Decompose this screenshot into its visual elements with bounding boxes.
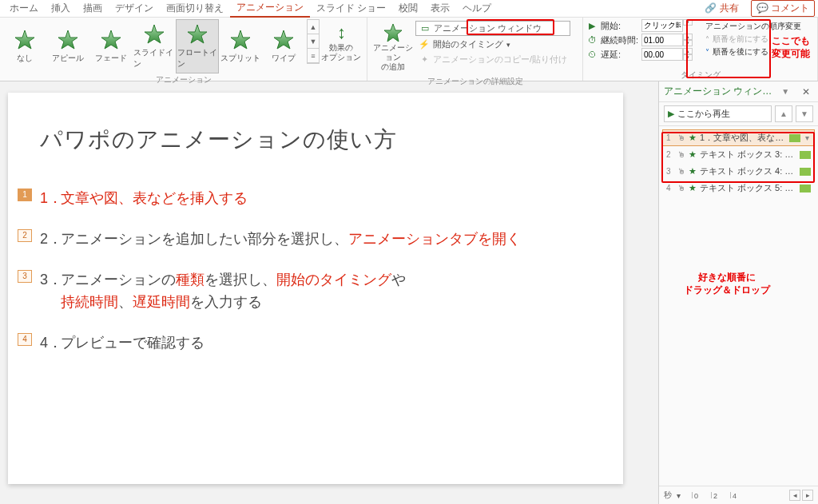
- add-animation-icon: [383, 22, 403, 43]
- star-icon: [100, 29, 122, 51]
- mouse-icon: 🖱: [677, 150, 685, 159]
- animation-pane-button[interactable]: ▭ アニメーション ウィンドウ: [415, 21, 570, 36]
- duration-input[interactable]: [641, 34, 683, 46]
- anim-slidein[interactable]: スライドイン: [133, 20, 176, 73]
- slide: パワポのアニメーションの使い方 1 1． 文章や図、表などを挿入する 2 2． …: [8, 93, 623, 484]
- duration-bar: [800, 168, 811, 176]
- chevron-up-icon: ˄: [705, 35, 709, 44]
- gallery-more-icon[interactable]: ≡: [308, 49, 319, 63]
- tab-transition[interactable]: 画面切り替え: [160, 0, 230, 17]
- gallery-scroll[interactable]: ▲ ▼ ≡: [307, 19, 320, 64]
- mouse-icon: 🖱: [677, 184, 685, 192]
- star-icon: [143, 23, 165, 46]
- anim-wipe[interactable]: ワイプ: [262, 26, 305, 67]
- tab-animation[interactable]: アニメーション: [230, 0, 310, 18]
- trigger-button[interactable]: ⚡ 開始のタイミング ▾: [415, 38, 570, 51]
- duration-bar: [800, 185, 811, 192]
- svg-marker-2: [101, 30, 121, 49]
- svg-marker-5: [231, 30, 250, 49]
- svg-marker-1: [58, 30, 77, 49]
- mouse-icon: 🖱: [677, 167, 685, 176]
- tab-view[interactable]: 表示: [424, 0, 456, 17]
- start-label: 開始:: [601, 20, 638, 32]
- star-icon: ★: [689, 166, 697, 177]
- tab-insert[interactable]: 挿入: [45, 0, 77, 17]
- group-advanced: アニメーション の追加 ▭ アニメーション ウィンドウ ⚡ 開始のタイミング ▾…: [367, 18, 583, 81]
- pane-item-3[interactable]: 3🖱★テキスト ボックス 4: 3…: [662, 163, 815, 180]
- play-from-button[interactable]: ▶ ここから再生: [664, 105, 772, 122]
- anim-fade[interactable]: フェード: [89, 26, 133, 67]
- group-label-advanced: アニメーションの詳細設定: [371, 75, 579, 87]
- timeline-prev[interactable]: ◂: [789, 490, 800, 501]
- star-icon: ★: [689, 133, 697, 143]
- start-icon: ▶: [586, 21, 598, 31]
- bullet-2[interactable]: 2 2． アニメーションを追加したい部分を選択し、アニメーションタブを開く: [40, 228, 591, 251]
- anim-tag-4[interactable]: 4: [18, 333, 32, 346]
- tab-slideshow[interactable]: スライド ショー: [310, 0, 392, 17]
- duration-bar: [789, 134, 800, 142]
- anim-appear[interactable]: アピール: [46, 26, 89, 67]
- star-icon: [14, 29, 36, 51]
- star-icon: [186, 23, 208, 46]
- group-label-timing: タイミング: [586, 69, 814, 81]
- anim-tag-3[interactable]: 3: [18, 270, 32, 283]
- bullet-1[interactable]: 1 1． 文章や図、表などを挿入する: [40, 187, 591, 210]
- mouse-icon: 🖱: [677, 133, 685, 142]
- pane-dropdown-icon[interactable]: ▼: [781, 87, 789, 96]
- svg-marker-7: [384, 24, 402, 42]
- tab-design[interactable]: デザイン: [109, 0, 160, 17]
- group-label-animation: アニメーション: [3, 73, 363, 85]
- anim-tag-1[interactable]: 1: [18, 189, 32, 201]
- effect-options-icon: ↕: [331, 22, 351, 43]
- pane-title: アニメーション ウィン…: [664, 85, 772, 98]
- tab-help[interactable]: ヘルプ: [456, 0, 498, 17]
- pane-close-button[interactable]: ✕: [799, 86, 813, 97]
- pane-footer: 秒▾ 0 2 4 ◂ ▸: [659, 486, 818, 504]
- effect-options-button[interactable]: ↕ 効果の オプション: [320, 19, 363, 65]
- painter-icon: ✦: [419, 54, 430, 65]
- tab-home[interactable]: ホーム: [3, 0, 45, 17]
- duration-label: 継続時間:: [601, 34, 638, 46]
- ribbon: なしアピールフェードスライドインフロートインスプリットワイプ ▲ ▼ ≡ ↕ 効…: [0, 18, 818, 81]
- delay-input[interactable]: [641, 48, 683, 61]
- tab-review[interactable]: 校閲: [392, 0, 424, 17]
- gallery-up-icon[interactable]: ▲: [308, 20, 319, 34]
- annotation-top: ここでも 変更可能: [772, 35, 810, 60]
- pane-list: 1🖱★1．文章や図、表など…▾2🖱★テキスト ボックス 3: 2…3🖱★テキスト…: [659, 126, 818, 200]
- menu-tabs: ホーム 挿入 描画 デザイン 画面切り替え アニメーション スライド ショー 校…: [0, 0, 818, 18]
- pane-timeline: 0 2 4: [685, 492, 784, 498]
- annotation-pane: 好きな順番に ドラッグ＆ドロップ: [684, 272, 770, 296]
- bullet-4[interactable]: 4 4． プレビューで確認する: [40, 331, 591, 355]
- gallery-down-icon[interactable]: ▼: [308, 34, 319, 49]
- star-icon: ★: [689, 149, 697, 160]
- duration-icon: ⏱: [586, 35, 598, 45]
- anim-floatin[interactable]: フロートイン: [176, 19, 219, 73]
- reorder-header: アニメーションの順序変更: [705, 21, 801, 32]
- comment-button[interactable]: 💬 コメント: [751, 0, 815, 17]
- pane-item-4[interactable]: 4🖱★テキスト ボックス 5: 4…: [662, 180, 815, 196]
- timeline-next[interactable]: ▸: [802, 490, 813, 501]
- pane-item-1[interactable]: 1🖱★1．文章や図、表など…▾: [662, 129, 815, 146]
- pane-move-up[interactable]: ▲: [775, 105, 792, 122]
- slide-canvas[interactable]: パワポのアニメーションの使い方 1 1． 文章や図、表などを挿入する 2 2． …: [0, 81, 658, 504]
- play-icon: ▶: [668, 109, 674, 119]
- pane-move-down[interactable]: ▼: [796, 105, 813, 122]
- svg-marker-4: [188, 25, 207, 43]
- slide-title: パワポのアニメーションの使い方: [40, 125, 591, 155]
- pane-item-2[interactable]: 2🖱★テキスト ボックス 3: 2…: [662, 146, 815, 163]
- anim-tag-2[interactable]: 2: [18, 229, 32, 242]
- star-icon: ★: [689, 183, 697, 193]
- tab-draw[interactable]: 描画: [77, 0, 109, 17]
- svg-marker-0: [15, 30, 34, 49]
- anim-none[interactable]: なし: [3, 26, 46, 67]
- start-select[interactable]: [641, 19, 683, 32]
- share-button[interactable]: 🔗 共有: [699, 0, 744, 17]
- svg-marker-6: [274, 30, 293, 49]
- bullet-3[interactable]: 3 3． アニメーションの種類を選択し、開始のタイミングや 持続時間、遅延時間を…: [40, 268, 591, 315]
- star-icon: [57, 29, 79, 51]
- anim-split[interactable]: スプリット: [219, 26, 262, 67]
- delay-icon: ⏲: [586, 50, 598, 59]
- delay-label: 遅延:: [601, 49, 638, 61]
- item-dropdown[interactable]: ▾: [804, 133, 811, 142]
- add-animation-button[interactable]: アニメーション の追加: [371, 19, 415, 75]
